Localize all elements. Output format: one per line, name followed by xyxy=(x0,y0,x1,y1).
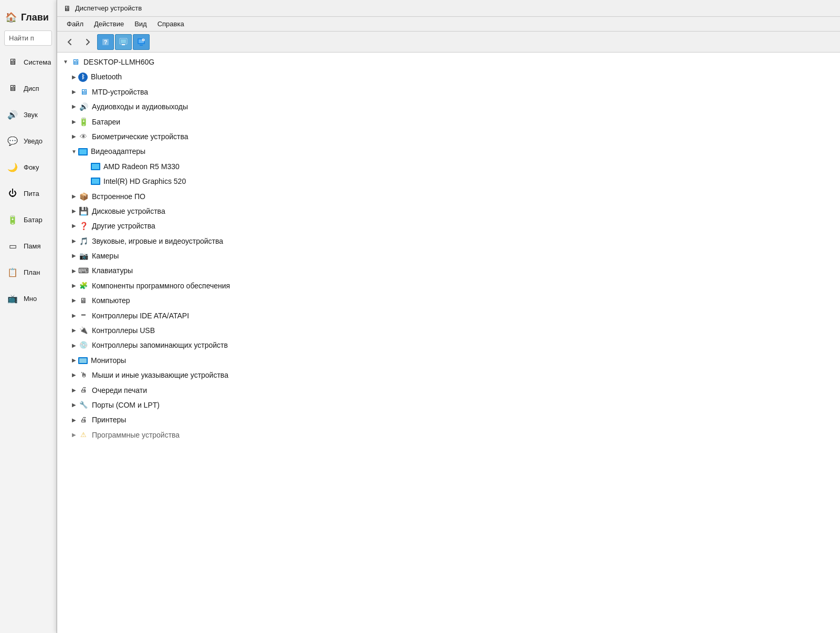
prog-dev-chevron: ▶ xyxy=(70,431,78,439)
sidebar-search[interactable]: Найти п xyxy=(4,30,52,46)
menu-help[interactable]: Справка xyxy=(152,18,190,29)
bluetooth-chevron: ▶ xyxy=(70,73,78,81)
bluetooth-icon: ᛒ xyxy=(78,72,88,82)
forward-button[interactable] xyxy=(79,34,96,50)
tree-item-monitors[interactable]: ▶ Мониторы xyxy=(57,353,840,368)
keyboards-icon: ⌨ xyxy=(78,266,89,276)
sidebar-header: 🏠 Глави xyxy=(0,5,56,27)
menu-file[interactable]: Файл xyxy=(61,18,89,29)
audio-icon: 🔊 xyxy=(78,101,89,112)
firmware-chevron: ▶ xyxy=(70,192,78,201)
tree-item-software-label: Компоненты программного обеспечения xyxy=(92,280,230,292)
pamy-icon: ▭ xyxy=(7,240,18,252)
disk-chevron: ▶ xyxy=(70,207,78,215)
tree-item-print-queue[interactable]: ▶ 🖨 Очереди печати xyxy=(57,383,840,398)
ports-icon: 🔧 xyxy=(78,400,89,410)
tree-item-sound[interactable]: ▶ 🎵 Звуковые, игровые и видеоустройства xyxy=(57,234,840,248)
tree-item-ports[interactable]: ▶ 🔧 Порты (COM и LPT) xyxy=(57,398,840,412)
plan-icon: 📋 xyxy=(7,266,18,278)
tree-item-mice-label: Мыши и иные указывающие устройства xyxy=(92,369,228,381)
update-driver-button[interactable] xyxy=(115,34,132,50)
tree-item-battery[interactable]: ▶ 🔋 Батареи xyxy=(57,115,840,129)
title-bar: 🖥 Диспетчер устройств xyxy=(57,0,840,17)
toolbar: ? ! xyxy=(57,32,840,53)
tree-root[interactable]: ▼ 🖥 DESKTOP-LLMH60G xyxy=(57,55,840,69)
tree-item-biometric-label: Биометрические устройства xyxy=(92,131,188,142)
mtd-chevron: ▶ xyxy=(70,88,78,96)
sidebar-item-disp[interactable]: 🖥 Дисп xyxy=(0,75,56,101)
tree-item-print-queue-label: Очереди печати xyxy=(92,385,147,396)
videoadapters-icon xyxy=(78,148,88,155)
usb-chevron: ▶ xyxy=(70,326,78,335)
foku-icon: 🌙 xyxy=(7,161,18,173)
device-tree[interactable]: ▼ 🖥 DESKTOP-LLMH60G ▶ ᛒ Bluetooth ▶ 🖥 MT… xyxy=(57,53,840,633)
sidebar-item-pita[interactable]: ⏻ Пита xyxy=(0,180,56,206)
tree-item-prog-dev[interactable]: ▶ ⚠ Программные устройства xyxy=(57,428,840,442)
window-title: Диспетчер устройств xyxy=(75,4,142,12)
sidebar-item-plan[interactable]: 📋 План xyxy=(0,259,56,285)
sidebar-item-uved[interactable]: 💬 Уведо xyxy=(0,128,56,154)
tree-item-amd[interactable]: AMD Radeon R5 M330 xyxy=(57,159,840,174)
tree-item-firmware[interactable]: ▶ 📦 Встроенное ПО xyxy=(57,189,840,204)
tree-item-intel[interactable]: Intel(R) HD Graphics 520 xyxy=(57,174,840,189)
tree-item-other-label: Другие устройства xyxy=(92,220,155,232)
monitors-chevron: ▶ xyxy=(70,356,78,365)
pita-icon: ⏻ xyxy=(7,188,18,199)
sidebar-item-sistema[interactable]: 🖥 Система xyxy=(0,49,56,75)
tree-item-mtd[interactable]: ▶ 🖥 MTD-устройства xyxy=(57,85,840,99)
tree-item-bluetooth-label: Bluetooth xyxy=(91,71,122,82)
menu-action[interactable]: Действие xyxy=(89,18,129,29)
tree-item-prog-dev-label: Программные устройства xyxy=(92,429,180,441)
tree-item-usb-label: Контроллеры USB xyxy=(92,325,155,336)
tree-item-storage-label: Контроллеры запоминающих устройств xyxy=(92,339,228,351)
tree-item-cameras[interactable]: ▶ 📷 Камеры xyxy=(57,248,840,263)
tree-item-mice[interactable]: ▶ 🖱 Мыши и иные указывающие устройства xyxy=(57,368,840,382)
back-button[interactable] xyxy=(61,34,78,50)
tree-item-ports-label: Порты (COM и LPT) xyxy=(92,399,160,411)
sidebar-item-batar[interactable]: 🔋 Батар xyxy=(0,206,56,233)
cameras-chevron: ▶ xyxy=(70,252,78,260)
svg-rect-4 xyxy=(122,44,125,45)
tree-item-battery-label: Батареи xyxy=(92,116,120,128)
batar-icon: 🔋 xyxy=(7,214,18,225)
properties-button[interactable]: ? xyxy=(97,34,114,50)
tree-item-videoadapters-label: Видеоадаптеры xyxy=(91,146,145,157)
scan-button[interactable]: ! xyxy=(133,34,150,50)
tree-item-other[interactable]: ▶ ❓ Другие устройства xyxy=(57,219,840,233)
audio-chevron: ▶ xyxy=(70,102,78,111)
tree-item-printers[interactable]: ▶ 🖨 Принтеры xyxy=(57,412,840,427)
prog-dev-icon: ⚠ xyxy=(78,430,89,440)
sidebar-item-foku[interactable]: 🌙 Фоку xyxy=(0,154,56,180)
tree-item-keyboards[interactable]: ▶ ⌨ Клавиатуры xyxy=(57,263,840,278)
tree-item-intel-label: Intel(R) HD Graphics 520 xyxy=(103,175,186,187)
sidebar-search-text: Найти п xyxy=(9,34,34,42)
other-icon: ❓ xyxy=(78,221,89,231)
computer-name: DESKTOP-LLMH60G xyxy=(83,56,154,68)
device-manager-window: 🖥 Диспетчер устройств Файл Действие Вид … xyxy=(57,0,840,633)
tree-item-bluetooth[interactable]: ▶ ᛒ Bluetooth xyxy=(57,69,840,84)
tree-item-amd-label: AMD Radeon R5 M330 xyxy=(103,161,180,172)
tree-item-storage[interactable]: ▶ 💿 Контроллеры запоминающих устройств xyxy=(57,338,840,352)
tree-item-usb[interactable]: ▶ 🔌 Контроллеры USB xyxy=(57,323,840,338)
tree-item-software[interactable]: ▶ 🧩 Компоненты программного обеспечения xyxy=(57,278,840,293)
sound-chevron: ▶ xyxy=(70,237,78,245)
videoadapters-chevron: ▼ xyxy=(70,148,78,156)
tree-item-computer-label: Компьютер xyxy=(92,295,130,306)
ports-chevron: ▶ xyxy=(70,401,78,409)
tree-item-monitors-label: Мониторы xyxy=(91,355,126,366)
tree-item-videoadapters[interactable]: ▼ Видеоадаптеры xyxy=(57,144,840,159)
sistema-icon: 🖥 xyxy=(7,56,18,68)
tree-item-audio[interactable]: ▶ 🔊 Аудиовходы и аудиовыходы xyxy=(57,99,840,114)
sidebar-item-zvuk[interactable]: 🔊 Звук xyxy=(0,101,56,128)
sidebar-item-pamy[interactable]: ▭ Памя xyxy=(0,233,56,259)
tree-item-biometric[interactable]: ▶ 👁 Биометрические устройства xyxy=(57,129,840,144)
sidebar-title: Глави xyxy=(21,12,49,23)
menu-view[interactable]: Вид xyxy=(129,18,152,29)
storage-icon: 💿 xyxy=(78,340,89,351)
tree-item-computer[interactable]: ▶ 🖥 Компьютер xyxy=(57,293,840,308)
tree-item-ide[interactable]: ▶ ━ Контроллеры IDE ATA/ATAPI xyxy=(57,308,840,323)
uved-icon: 💬 xyxy=(7,135,18,147)
tree-item-disk[interactable]: ▶ 💾 Дисковые устройства xyxy=(57,204,840,219)
print-queue-icon: 🖨 xyxy=(78,385,89,396)
sidebar-item-mnoi[interactable]: 📺 Мно xyxy=(0,285,56,312)
